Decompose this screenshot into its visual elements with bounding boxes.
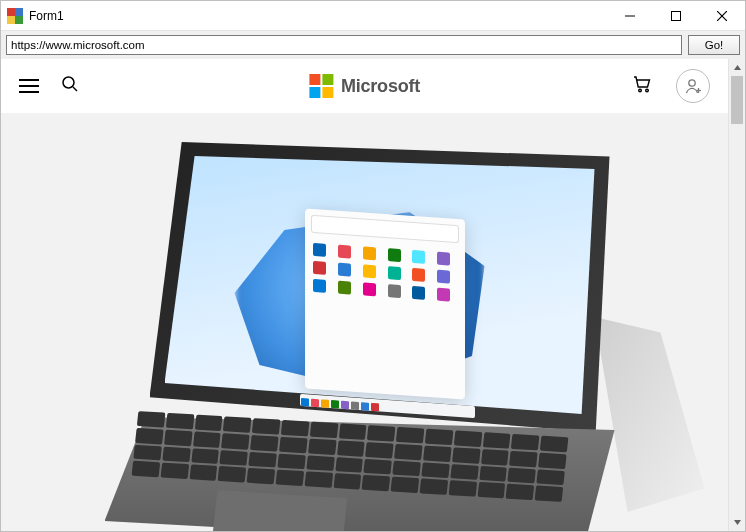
svg-rect-1 bbox=[672, 11, 681, 20]
minimize-button[interactable] bbox=[607, 1, 653, 30]
vertical-scrollbar[interactable] bbox=[728, 59, 745, 531]
svg-line-3 bbox=[717, 11, 727, 21]
svg-point-8 bbox=[689, 80, 695, 86]
app-window: Form1 Go! bbox=[0, 0, 746, 532]
brand-text: Microsoft bbox=[341, 76, 420, 97]
svg-marker-11 bbox=[734, 65, 741, 70]
app-icon bbox=[1, 8, 29, 24]
hero-image bbox=[1, 113, 728, 531]
search-icon[interactable] bbox=[61, 75, 79, 97]
maximize-button[interactable] bbox=[653, 1, 699, 30]
url-input[interactable] bbox=[6, 35, 682, 55]
window-title: Form1 bbox=[29, 9, 64, 23]
surface-device-illustration bbox=[95, 122, 655, 531]
svg-point-4 bbox=[63, 77, 74, 88]
microsoft-logo-icon bbox=[309, 74, 333, 98]
menu-icon[interactable] bbox=[19, 79, 39, 93]
webview: Microsoft bbox=[1, 59, 728, 531]
start-menu-illustration bbox=[305, 208, 465, 399]
scroll-up-button[interactable] bbox=[729, 59, 745, 76]
scroll-thumb[interactable] bbox=[731, 76, 743, 124]
svg-marker-12 bbox=[734, 520, 741, 525]
close-button[interactable] bbox=[699, 1, 745, 30]
brand-logo: Microsoft bbox=[309, 74, 420, 98]
scroll-down-button[interactable] bbox=[729, 514, 745, 531]
go-button[interactable]: Go! bbox=[688, 35, 740, 55]
account-icon[interactable] bbox=[676, 69, 710, 103]
svg-line-2 bbox=[717, 11, 727, 21]
content-area: Microsoft bbox=[1, 59, 745, 531]
cart-icon[interactable] bbox=[632, 74, 652, 98]
titlebar: Form1 bbox=[1, 1, 745, 31]
address-bar: Go! bbox=[1, 31, 745, 59]
scroll-track[interactable] bbox=[729, 76, 745, 514]
svg-line-5 bbox=[73, 87, 77, 91]
svg-point-7 bbox=[646, 89, 649, 92]
page-header: Microsoft bbox=[1, 59, 728, 113]
svg-point-6 bbox=[639, 89, 642, 92]
